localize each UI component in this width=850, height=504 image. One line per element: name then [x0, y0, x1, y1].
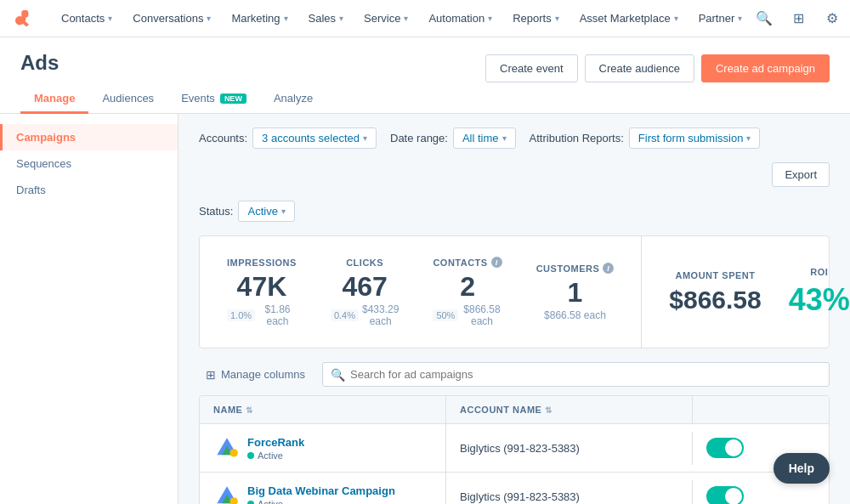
- campaign-table-header: ⊞ Manage columns 🔍: [199, 362, 830, 387]
- reports-chevron-icon: ▾: [555, 14, 559, 23]
- roi-value: 43%: [789, 282, 850, 318]
- export-button[interactable]: Export: [772, 162, 830, 187]
- sidebar-item-campaigns[interactable]: Campaigns: [0, 124, 178, 150]
- clicks-each: $433.29 each: [362, 303, 399, 327]
- page-tabs: Manage Audiences Events NEW Analyze: [20, 85, 830, 113]
- stats-right: AMOUNT SPENT $866.58 ROI 43%: [642, 236, 837, 348]
- toggle-1-wrap: [706, 438, 744, 458]
- status-dot-2: [247, 501, 254, 505]
- settings-icon[interactable]: ⚙: [820, 7, 844, 31]
- accounts-dropdown[interactable]: 3 accounts selected ▾: [252, 127, 377, 149]
- table-row: ForceRank Active Biglytics (991-823-5383…: [200, 424, 829, 473]
- content-area: Accounts: 3 accounts selected ▾ Date ran…: [178, 114, 850, 504]
- nav-contacts[interactable]: Contacts ▾: [51, 0, 122, 37]
- filter-bar: Accounts: 3 accounts selected ▾ Date ran…: [199, 127, 830, 187]
- sales-chevron-icon: ▾: [339, 14, 343, 23]
- svg-point-1: [230, 449, 238, 456]
- campaign-name-2[interactable]: Big Data Webinar Campaign: [247, 484, 395, 497]
- main-content: Campaigns Sequences Drafts Accounts: 3 a…: [0, 114, 850, 504]
- search-input[interactable]: [322, 362, 830, 387]
- nav-automation[interactable]: Automation ▾: [418, 0, 502, 37]
- impressions-each: $1.86 each: [258, 303, 297, 327]
- service-chevron-icon: ▾: [404, 14, 408, 23]
- campaign-name-1[interactable]: ForceRank: [247, 436, 304, 449]
- table-head: NAME ⇅ ACCOUNT NAME ⇅: [200, 396, 829, 424]
- status-filter-row: Status: Active ▾: [199, 201, 830, 222]
- th-account-name: ACCOUNT NAME ⇅: [446, 396, 693, 423]
- toggle-1-knob: [725, 439, 742, 456]
- nav-right: 🔍 ⊞ ⚙ 🔔 A ▾: [752, 7, 850, 31]
- stat-impressions: IMPRESSIONS 47K 1.0% $1.86 each: [227, 258, 297, 327]
- page-header: Ads Create event Create audience Create …: [0, 37, 850, 114]
- asset-marketplace-chevron-icon: ▾: [674, 14, 678, 23]
- sidebar-item-sequences[interactable]: Sequences: [0, 150, 178, 177]
- create-campaign-button[interactable]: Create ad campaign: [701, 54, 830, 82]
- campaign-logo-1: [213, 434, 241, 462]
- hubspot-logo[interactable]: [14, 8, 34, 29]
- campaign-status-1: Active: [247, 450, 304, 461]
- toggle-2[interactable]: [706, 486, 744, 504]
- contacts-info-icon[interactable]: i: [491, 257, 502, 268]
- columns-icon: ⊞: [206, 368, 216, 382]
- nav-reports[interactable]: Reports ▾: [502, 0, 570, 37]
- attribution-label: Attribution Reports:: [530, 132, 624, 144]
- campaign-info-2: Big Data Webinar Campaign Active: [247, 484, 395, 505]
- name-sort-icon[interactable]: ⇅: [246, 405, 253, 415]
- sidebar: Campaigns Sequences Drafts: [0, 114, 178, 504]
- partner-chevron-icon: ▾: [738, 14, 742, 23]
- marketing-chevron-icon: ▾: [284, 14, 288, 23]
- contacts-chevron-icon: ▾: [108, 14, 112, 23]
- accounts-label: Accounts:: [199, 132, 247, 144]
- customers-info-icon[interactable]: i: [603, 263, 614, 274]
- nav-asset-marketplace[interactable]: Asset Marketplace ▾: [570, 0, 688, 37]
- impressions-pct: 1.0%: [227, 309, 255, 321]
- nav-sales[interactable]: Sales ▾: [298, 0, 354, 37]
- search-wrapper: 🔍: [322, 362, 830, 387]
- conversations-chevron-icon: ▾: [207, 14, 211, 23]
- nav-marketing[interactable]: Marketing ▾: [221, 0, 298, 37]
- date-range-filter: Date range: All time ▾: [390, 127, 516, 149]
- search-icon: 🔍: [331, 368, 345, 382]
- customers-each: $866.58 each: [544, 309, 606, 321]
- status-dropdown[interactable]: Active ▾: [238, 201, 294, 222]
- status-chevron-icon: ▾: [281, 207, 286, 216]
- toggle-1[interactable]: [706, 438, 744, 458]
- date-range-dropdown[interactable]: All time ▾: [453, 127, 516, 149]
- campaign-status-2: Active: [247, 499, 395, 505]
- tab-audiences[interactable]: Audiences: [88, 85, 167, 114]
- accounts-chevron-icon: ▾: [363, 133, 367, 143]
- clicks-value: 467: [331, 273, 399, 300]
- th-name: NAME ⇅: [200, 396, 446, 423]
- nav-items: Contacts ▾ Conversations ▾ Marketing ▾ S…: [51, 0, 752, 37]
- account-sort-icon[interactable]: ⇅: [545, 405, 552, 415]
- campaigns-table: NAME ⇅ ACCOUNT NAME ⇅: [199, 395, 830, 504]
- nav-conversations[interactable]: Conversations ▾: [122, 0, 221, 37]
- toggle-2-knob: [725, 488, 742, 504]
- stat-clicks: CLICKS 467 0.4% $433.29 each: [331, 258, 399, 327]
- tab-events[interactable]: Events NEW: [167, 85, 260, 114]
- tab-manage[interactable]: Manage: [20, 85, 88, 114]
- date-range-label: Date range:: [390, 132, 448, 144]
- search-icon[interactable]: 🔍: [752, 7, 776, 31]
- status-label: Status:: [199, 205, 233, 218]
- new-badge: NEW: [220, 93, 246, 104]
- create-audience-button[interactable]: Create audience: [585, 54, 694, 82]
- sidebar-item-drafts[interactable]: Drafts: [0, 177, 178, 203]
- clicks-pct: 0.4%: [331, 309, 359, 321]
- campaign-logo-2: [213, 483, 241, 504]
- table-row: Big Data Webinar Campaign Active Biglyti…: [200, 473, 829, 504]
- nav-service[interactable]: Service ▾: [354, 0, 418, 37]
- create-event-button[interactable]: Create event: [485, 54, 577, 82]
- help-button[interactable]: Help: [774, 453, 830, 484]
- toggle-2-wrap: [706, 486, 744, 504]
- amount-spent-value: $866.58: [669, 286, 761, 314]
- stat-contacts: CONTACTS i 2 50% $866.58 each: [433, 257, 502, 327]
- attribution-dropdown[interactable]: First form submission ▾: [629, 127, 761, 149]
- nav-partner[interactable]: Partner ▾: [688, 0, 753, 37]
- marketplace-icon[interactable]: ⊞: [786, 7, 810, 31]
- contacts-each: $866.58 each: [462, 303, 502, 327]
- accounts-filter: Accounts: 3 accounts selected ▾: [199, 127, 377, 149]
- tab-analyze[interactable]: Analyze: [260, 85, 326, 114]
- manage-columns-button[interactable]: ⊞ Manage columns: [199, 365, 312, 385]
- td-campaign-1: ForceRank Active: [200, 424, 446, 472]
